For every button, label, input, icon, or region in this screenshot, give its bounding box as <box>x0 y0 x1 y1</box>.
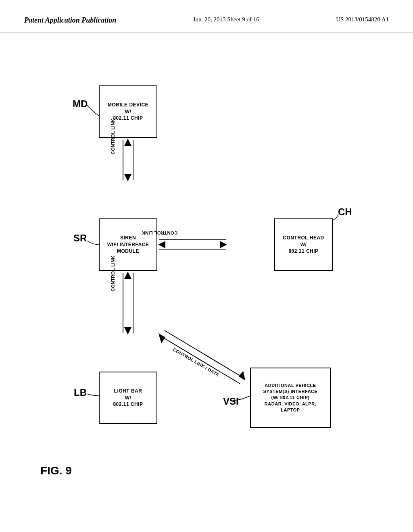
md-box: MOBILE DEVICEW/802.11 CHIP <box>99 85 157 138</box>
svg-marker-7 <box>124 174 131 181</box>
figure-label: FIG. 9 <box>40 464 72 477</box>
arrow3-control-link-label: CONTROL LINK <box>111 256 115 291</box>
svg-marker-18 <box>159 333 165 343</box>
md-label: MD <box>73 98 88 110</box>
ch-label: CH <box>338 206 352 218</box>
vsi-label: VSI <box>223 396 239 407</box>
svg-marker-11 <box>220 241 227 248</box>
vsi-box: ADDITIONAL VEHICLESYSTEM(S) INTERFACE(W/… <box>250 368 331 428</box>
lb-label: LB <box>74 387 87 398</box>
sr-label: SR <box>73 233 87 244</box>
arrow2-control-link-label: CONTROL LINK <box>142 231 177 235</box>
diagram-svg <box>0 33 413 517</box>
svg-marker-14 <box>124 272 131 279</box>
svg-marker-19 <box>239 371 245 380</box>
svg-marker-10 <box>158 241 165 248</box>
lb-box: LIGHT BARW/802.11 CHIP <box>99 372 157 424</box>
arrow1-control-link-label: CONTROL LINK <box>111 118 115 154</box>
svg-line-16 <box>159 335 240 384</box>
diagram-area: MOBILE DEVICEW/802.11 CHIP SIRENWIFI INT… <box>0 33 413 517</box>
sheet-info: Jun. 20, 2013 Sheet 9 of 16 <box>193 16 259 23</box>
page-header: Patent Application Publication Jun. 20, … <box>0 0 413 33</box>
publication-title: Patent Application Publication <box>24 16 116 25</box>
patent-number: US 2013/0154820 A1 <box>336 16 389 23</box>
svg-marker-6 <box>124 139 131 146</box>
svg-line-17 <box>165 330 245 379</box>
svg-marker-15 <box>124 327 131 335</box>
arrow4-control-link-data-label: CONTROL LINK / DATA <box>172 347 220 378</box>
ch-box: CONTROL HEADW/802.11 CHIP <box>274 218 333 271</box>
sr-box: SIRENWIFI INTERFACEMODULE <box>99 218 157 271</box>
